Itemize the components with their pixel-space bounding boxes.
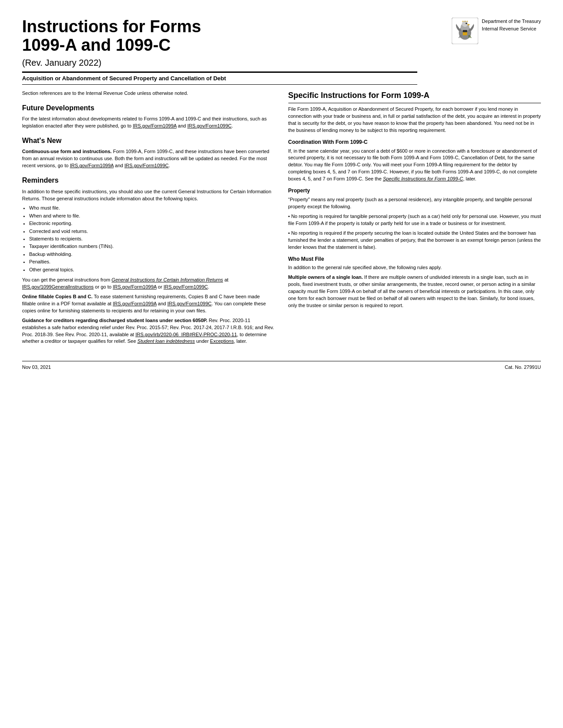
link-specific-1099c[interactable]: Specific Instructions for Form 1099-C [383, 176, 463, 181]
irs-logo-block: ★ ★ ★ Department of the Treasury Interna… [417, 18, 541, 44]
main-title: Instructions for Forms1099-A and 1099-C [22, 18, 417, 55]
footer-date: Nov 03, 2021 [22, 364, 51, 371]
subtitle-bar: Acquisition or Abandonment of Secured Pr… [22, 71, 417, 85]
property-bullet1: • No reporting is required for tangible … [288, 213, 541, 227]
link-gi4[interactable]: IRS.gov/Form1099C [163, 284, 208, 289]
link-general-instructions[interactable]: General Instructions for Certain Informa… [112, 277, 223, 282]
footer: Nov 03, 2021 Cat. No. 27991U [22, 361, 541, 371]
footer-cat-no: Cat. No. 27991U [505, 364, 541, 371]
list-item: When and where to file. [29, 213, 275, 219]
coordination-heading: Coordination With Form 1099-C [288, 139, 541, 146]
who-must-file-heading: Who Must File [288, 255, 541, 263]
online-copies-text: Online fillable Copies B and C. To ease … [22, 293, 275, 315]
title-block: Instructions for Forms1099-A and 1099-C … [22, 18, 417, 85]
property-bullet2: • No reporting is required if the proper… [288, 230, 541, 251]
link-form1099a-wn[interactable]: IRS.gov/Form1099A [70, 163, 113, 168]
link-form1099c-fd[interactable]: IRS.gov/Form1099C [187, 123, 231, 128]
svg-point-4 [466, 23, 467, 24]
rev-date: (Rev. January 2022) [22, 56, 417, 69]
irs-eagle-icon: ★ ★ ★ [452, 18, 478, 44]
property-intro: “Property” means any real property (such… [288, 196, 541, 210]
right-column: Specific Instructions for Form 1099-A Fi… [288, 90, 541, 348]
main-columns: Section references are to the Internal R… [22, 90, 541, 348]
who-must-file-intro: In addition to the general rule specifie… [288, 264, 541, 271]
link-online2[interactable]: IRS.gov/Form1099C [167, 301, 212, 306]
page-wrapper: Instructions for Forms1099-A and 1099-C … [22, 18, 541, 371]
general-instructions-text: You can get the general instructions fro… [22, 277, 275, 291]
list-item: Electronic reporting. [29, 220, 275, 227]
link-exceptions[interactable]: Exceptions [210, 338, 234, 344]
list-item: Other general topics. [29, 266, 275, 273]
list-item: Who must file. [29, 205, 275, 211]
link-form1099a-fd[interactable]: IRS.gov/Form1099A [133, 123, 177, 128]
future-developments-heading: Future Developments [22, 103, 275, 113]
list-item: Corrected and void returns. [29, 228, 275, 235]
link-guidance[interactable]: IRS.gov/irb/2020-06_IRB#REV-PROC-2020-11 [136, 332, 237, 337]
whats-new-text: Continuous-use form and instructions. Fo… [22, 148, 275, 169]
property-heading: Property [288, 187, 541, 195]
guidance-text: Guidance for creditors regarding dischar… [22, 317, 275, 345]
list-item: Taxpayer identification numbers (TINs). [29, 243, 275, 250]
irs-line2: Internal Revenue Service [482, 25, 541, 33]
link-gi3[interactable]: IRS.gov/Form1099A [113, 284, 156, 289]
coordination-text: If, in the same calendar year, you cance… [288, 148, 541, 183]
svg-text:★ ★ ★: ★ ★ ★ [462, 20, 469, 23]
link-gi2[interactable]: IRS.gov/1099GeneralInstructions [22, 284, 94, 289]
reminders-list: Who must file. When and where to file. E… [29, 205, 275, 273]
list-item: Backup withholding. [29, 251, 275, 258]
list-item: Penalties. [29, 259, 275, 265]
future-developments-text: For the latest information about develop… [22, 116, 275, 130]
irs-line1: Department of the Treasury [482, 18, 541, 25]
multiple-owners-text: Multiple owners of a single loan. If the… [288, 274, 541, 309]
specific-instructions-intro: File Form 1099-A, Acquisition or Abandon… [288, 106, 541, 134]
whats-new-heading: What's New [22, 136, 275, 146]
link-student-loan[interactable]: Student loan indebtedness [137, 338, 195, 344]
intro-text: Section references are to the Internal R… [22, 90, 275, 97]
header: Instructions for Forms1099-A and 1099-C … [22, 18, 541, 85]
link-form1099c-wn[interactable]: IRS.gov/Form1099C [125, 163, 169, 168]
svg-rect-6 [463, 30, 467, 32]
irs-agency-text: Department of the Treasury Internal Reve… [482, 18, 541, 32]
left-column: Section references are to the Internal R… [22, 90, 275, 348]
list-item: Statements to recipients. [29, 236, 275, 242]
specific-instructions-heading: Specific Instructions for Form 1099-A [288, 90, 541, 103]
reminders-intro: In addition to these specific instructio… [22, 188, 275, 203]
reminders-heading: Reminders [22, 176, 275, 185]
link-online1[interactable]: IRS.gov/Form1099A [113, 301, 156, 306]
